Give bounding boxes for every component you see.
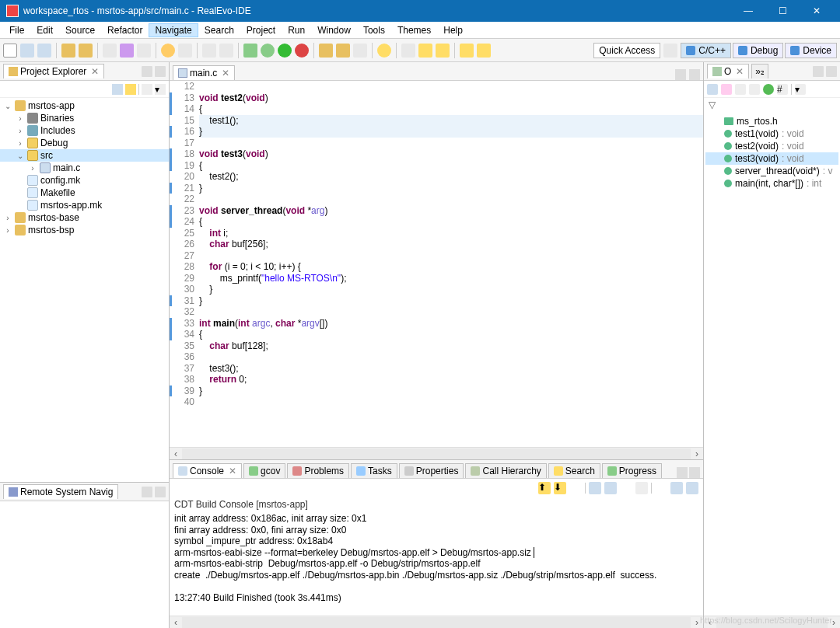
build-icon[interactable]: [61, 44, 75, 58]
scrollbar-track[interactable]: [182, 617, 691, 628]
scrollbar-track[interactable]: [182, 448, 691, 459]
outline-item[interactable]: ms_rtos.h: [705, 115, 838, 127]
tree-twisty-icon[interactable]: ›: [16, 114, 25, 123]
focus-task-icon[interactable]: [142, 84, 152, 95]
tree-item[interactable]: config.mk: [0, 174, 169, 187]
tree-item[interactable]: ›msrtos-base: [0, 211, 169, 224]
new-project-icon[interactable]: [319, 44, 333, 58]
perspective-cc[interactable]: C/C++: [681, 43, 731, 58]
outline-item[interactable]: test2(void) : void: [705, 140, 838, 152]
tree-item[interactable]: ⌄msrtos-app: [0, 99, 169, 112]
group-includes-icon[interactable]: #: [777, 84, 788, 95]
back-icon[interactable]: [460, 44, 474, 58]
outline-item[interactable]: server_thread(void*) : v: [705, 165, 838, 177]
remote-systems-body[interactable]: [0, 501, 169, 628]
tree-item[interactable]: ›msrtos-bsp: [0, 224, 169, 236]
new-folder-icon[interactable]: [336, 44, 350, 58]
close-icon[interactable]: ✕: [91, 66, 99, 77]
project-explorer-tab[interactable]: Project Explorer ✕: [3, 64, 104, 78]
debug-icon[interactable]: [261, 44, 275, 58]
tree-twisty-icon[interactable]: ›: [3, 214, 12, 222]
editor-h-scrollbar[interactable]: ‹ ›: [170, 447, 703, 459]
tree-item[interactable]: ›main.c: [0, 162, 169, 174]
tree-twisty-icon[interactable]: ›: [28, 164, 37, 173]
show-warnings-icon[interactable]: [604, 482, 617, 494]
tab-search[interactable]: Search: [548, 463, 600, 478]
scroll-left-icon[interactable]: ‹: [170, 617, 182, 628]
camera-icon[interactable]: [178, 44, 192, 58]
maximize-view-icon[interactable]: [689, 467, 700, 478]
close-icon[interactable]: ✕: [736, 66, 744, 77]
menu-project[interactable]: Project: [240, 23, 282, 37]
menu-help[interactable]: Help: [437, 23, 469, 37]
new-file-icon[interactable]: [353, 44, 367, 58]
open-decl-icon[interactable]: [202, 44, 216, 58]
next-annotation-icon[interactable]: [418, 44, 432, 58]
save-icon[interactable]: [20, 44, 34, 58]
tree-item[interactable]: msrtos-app.mk: [0, 199, 169, 211]
tree-item[interactable]: ⌄src: [0, 149, 169, 162]
prev-annotation-icon[interactable]: [436, 44, 450, 58]
menu-search[interactable]: Search: [198, 23, 240, 37]
tab-properties[interactable]: Properties: [399, 463, 464, 478]
maximize-view-icon[interactable]: [689, 69, 700, 80]
minimize-button[interactable]: —: [731, 0, 765, 22]
outline-tree[interactable]: ms_rtos.htest1(void) : voidtest2(void) :…: [704, 112, 840, 616]
sort-icon[interactable]: [707, 84, 718, 95]
clear-console-icon[interactable]: [635, 482, 648, 494]
console-output[interactable]: init array address: 0x186ac, init array …: [170, 511, 703, 616]
scroll-right-icon[interactable]: ›: [691, 448, 703, 459]
editor-tab-main-c[interactable]: main.c ✕: [173, 65, 235, 80]
show-errors-icon[interactable]: [589, 482, 601, 494]
minimize-view-icon[interactable]: [142, 66, 152, 77]
console-h-scrollbar[interactable]: ‹ ›: [170, 616, 703, 628]
quick-access-input[interactable]: Quick Access: [593, 43, 660, 58]
ext-tools-icon[interactable]: [295, 44, 309, 58]
code-editor[interactable]: 1213141516171819202122232425262728293031…: [170, 81, 703, 447]
tree-twisty-icon[interactable]: ⌄: [3, 102, 12, 110]
next-console-icon[interactable]: ⬇: [554, 482, 566, 494]
project-tree[interactable]: ⌄msrtos-app›Binaries›Includes›Debug⌄src›…: [0, 98, 169, 482]
tree-twisty-icon[interactable]: ›: [16, 139, 25, 148]
tree-item[interactable]: ›Includes: [0, 124, 169, 137]
scroll-left-icon[interactable]: ‹: [170, 448, 182, 459]
hide-fields-icon[interactable]: [735, 84, 746, 95]
open-perspective-icon[interactable]: [663, 44, 677, 58]
code-content[interactable]: void test2(void){ test1();} void test3(v…: [199, 81, 703, 447]
toggle-icon[interactable]: [103, 44, 117, 58]
line-number-gutter[interactable]: 1213141516171819202122232425262728293031…: [170, 81, 199, 447]
menu-navigate[interactable]: Navigate: [149, 23, 198, 37]
skip-breakpoints-icon[interactable]: [243, 44, 257, 58]
pin-icon[interactable]: [569, 482, 582, 494]
hide-nonpublic-icon[interactable]: [763, 84, 774, 95]
wizard-icon[interactable]: [120, 44, 134, 58]
outline-tab[interactable]: O ✕: [707, 64, 749, 78]
perspective-debug[interactable]: Debug: [733, 43, 783, 58]
forward-icon[interactable]: [477, 44, 491, 58]
hide-static-icon[interactable]: [749, 84, 760, 95]
menu-themes[interactable]: Themes: [391, 23, 437, 37]
filter-az-icon[interactable]: [721, 84, 732, 95]
save-all-icon[interactable]: [37, 44, 51, 58]
open-type-icon[interactable]: [219, 44, 233, 58]
view-menu-icon[interactable]: ▾: [155, 84, 166, 95]
close-icon[interactable]: ✕: [222, 68, 229, 78]
maximize-view-icon[interactable]: [155, 487, 166, 497]
tab-gcov[interactable]: gcov: [243, 463, 285, 478]
minimize-view-icon[interactable]: [675, 69, 686, 80]
close-button[interactable]: ✕: [800, 0, 834, 22]
tree-item[interactable]: ›Binaries: [0, 112, 169, 124]
outline-item[interactable]: test1(void) : void: [705, 127, 838, 140]
close-icon[interactable]: ✕: [229, 466, 236, 476]
maximize-view-icon[interactable]: [826, 66, 837, 77]
run-icon[interactable]: [278, 44, 292, 58]
prev-edit-icon[interactable]: [401, 44, 415, 58]
profile-icon[interactable]: [137, 44, 151, 58]
tree-item[interactable]: Makefile: [0, 187, 169, 199]
minimize-view-icon[interactable]: [813, 66, 824, 77]
view-menu-icon[interactable]: ▾: [795, 84, 806, 95]
menu-tools[interactable]: Tools: [357, 23, 391, 37]
scroll-lock-icon[interactable]: [655, 482, 667, 494]
search-icon[interactable]: [377, 44, 391, 58]
tree-twisty-icon[interactable]: ⌄: [16, 152, 25, 160]
